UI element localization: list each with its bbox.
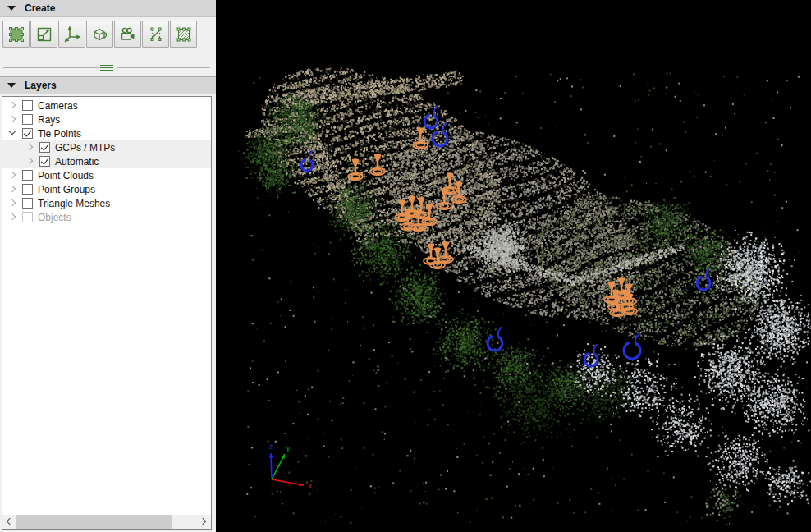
layer-checkbox[interactable] — [22, 212, 33, 222]
chevron-right-icon[interactable] — [24, 141, 36, 154]
layer-row-objects[interactable]: Objects — [2, 210, 211, 224]
create-section-header[interactable]: Create — [0, 0, 216, 17]
create-polygon-tool-button[interactable] — [170, 21, 197, 48]
chevron-right-icon[interactable] — [24, 155, 36, 167]
layer-checkbox[interactable] — [22, 170, 33, 181]
layer-label: Triangle Meshes — [38, 198, 110, 209]
layer-checkbox[interactable] — [22, 128, 33, 139]
point-cloud-canvas[interactable] — [216, 0, 811, 532]
layer-checkbox[interactable] — [22, 184, 33, 195]
create-region-tool-button[interactable] — [2, 21, 30, 48]
layer-row-gcps-mtps[interactable]: GCPs / MTPs — [2, 140, 211, 154]
layers-section-header[interactable]: Layers — [0, 76, 216, 94]
layer-row-cameras[interactable]: Cameras — [2, 99, 211, 112]
scroll-right-arrow-icon[interactable] — [197, 515, 211, 529]
splitter-line — [3, 67, 99, 68]
layer-label: Cameras — [38, 100, 78, 112]
extent-arrow-icon — [35, 25, 53, 44]
collapse-triangle-icon[interactable] — [7, 6, 16, 11]
side-panel: Create — [0, 0, 216, 532]
3d-viewport[interactable] — [216, 0, 811, 532]
chevron-right-icon[interactable] — [7, 99, 19, 112]
layer-row-point-groups[interactable]: Point Groups — [2, 182, 211, 196]
layers-section-title: Layers — [25, 80, 57, 91]
chevron-right-icon[interactable] — [7, 211, 19, 223]
collapse-triangle-icon[interactable] — [7, 83, 16, 88]
layer-label: Point Clouds — [38, 170, 94, 181]
create-extent-tool-button[interactable] — [30, 21, 57, 48]
layer-row-tie-points[interactable]: Tie Points — [2, 126, 211, 140]
layer-row-point-clouds[interactable]: Point Clouds — [2, 168, 211, 182]
scroll-left-arrow-icon[interactable] — [2, 515, 16, 529]
splitter-line — [117, 67, 210, 68]
horizontal-scrollbar[interactable] — [2, 515, 211, 529]
layer-label: Objects — [38, 212, 71, 223]
scrollbar-thumb[interactable] — [16, 515, 172, 529]
create-toolbar — [2, 21, 197, 48]
layers-tree: Cameras Rays Tie Points GCPs / MTPs Auto — [2, 96, 212, 530]
chevron-down-icon[interactable] — [7, 127, 19, 140]
layer-checkbox[interactable] — [22, 198, 33, 209]
layer-label: Automatic — [55, 156, 99, 167]
layer-checkbox[interactable] — [39, 156, 50, 167]
layer-label: GCPs / MTPs — [55, 142, 115, 154]
video-camera-icon — [119, 25, 137, 44]
chevron-right-icon[interactable] — [7, 197, 19, 209]
create-camera-tool-button[interactable] — [114, 21, 141, 48]
create-section-title: Create — [25, 2, 55, 14]
create-box-tool-button[interactable] — [86, 21, 113, 48]
create-polyline-tool-button[interactable] — [142, 21, 169, 48]
3d-box-icon — [91, 25, 109, 44]
layer-row-automatic[interactable]: Automatic — [2, 154, 211, 168]
layer-checkbox[interactable] — [22, 100, 33, 111]
layer-checkbox[interactable] — [39, 142, 50, 153]
chevron-right-icon[interactable] — [7, 169, 19, 181]
filled-region-icon — [7, 25, 25, 44]
chevron-right-icon[interactable] — [7, 183, 19, 195]
chevron-right-icon[interactable] — [7, 113, 19, 126]
hatched-polygon-icon — [175, 25, 193, 44]
layer-row-triangle-meshes[interactable]: Triangle Meshes — [2, 196, 211, 210]
layer-label: Rays — [38, 114, 60, 126]
layer-checkbox[interactable] — [22, 114, 33, 125]
coordinate-axes-icon — [63, 25, 81, 44]
panel-splitter[interactable] — [0, 64, 216, 72]
layer-row-rays[interactable]: Rays — [2, 112, 211, 126]
polyline-icon — [147, 25, 165, 44]
splitter-grip-icon[interactable] — [100, 65, 113, 71]
layer-label: Point Groups — [38, 184, 95, 195]
layer-label: Tie Points — [38, 128, 81, 140]
create-axes-tool-button[interactable] — [58, 21, 85, 48]
